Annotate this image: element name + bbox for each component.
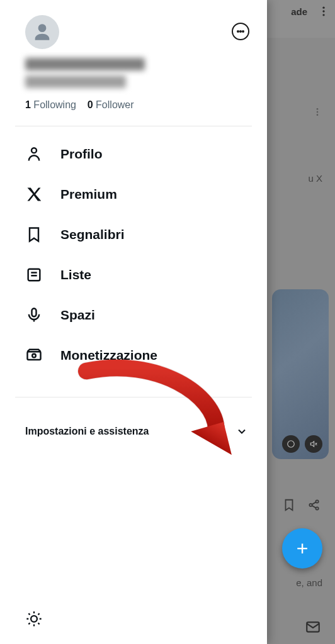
svg-point-0 xyxy=(322,7,324,9)
person-icon xyxy=(31,21,53,43)
svg-point-16 xyxy=(31,616,37,622)
svg-point-9 xyxy=(315,507,318,509)
plus-icon: + xyxy=(297,537,309,560)
messages-icon[interactable] xyxy=(305,619,321,635)
bg-post-fragment: u X xyxy=(308,173,322,184)
settings-label: Impostazioni e assistenza xyxy=(25,426,149,437)
menu-label: Spazi xyxy=(60,308,95,323)
svg-rect-13 xyxy=(32,309,37,317)
menu-item-bookmarks[interactable]: Segnalibri xyxy=(0,214,267,255)
avatar[interactable] xyxy=(25,15,59,49)
menu-item-lists[interactable]: Liste xyxy=(0,255,267,295)
menu-label: Liste xyxy=(60,267,91,282)
drawer-menu: Profilo Premium Segnalibri Liste Spazi M… xyxy=(0,126,267,382)
svg-point-7 xyxy=(309,504,312,506)
bookmark-icon[interactable] xyxy=(282,498,296,512)
menu-label: Monetizzazione xyxy=(60,348,157,363)
svg-point-3 xyxy=(317,108,319,110)
svg-point-8 xyxy=(315,500,318,502)
drawer-footer xyxy=(0,599,267,644)
svg-rect-14 xyxy=(28,352,41,360)
bg-header-fragment: ade xyxy=(291,6,307,17)
menu-label: Profilo xyxy=(60,147,103,162)
profile-icon xyxy=(25,145,43,163)
theme-toggle-icon[interactable] xyxy=(25,610,43,628)
menu-item-profile[interactable]: Profilo xyxy=(0,134,267,174)
svg-point-11 xyxy=(31,148,37,153)
svg-point-4 xyxy=(317,111,319,113)
settings-and-support[interactable]: Impostazioni e assistenza xyxy=(25,416,248,447)
bg-media-card xyxy=(272,289,329,459)
menu-label: Segnalibri xyxy=(60,227,125,242)
following-label: Following xyxy=(33,99,76,110)
microphone-icon xyxy=(25,306,43,324)
menu-label: Premium xyxy=(60,187,117,202)
menu-item-monetization[interactable]: Monetizzazione xyxy=(0,335,267,375)
list-icon xyxy=(25,266,43,284)
follower-label: Follower xyxy=(96,99,133,110)
mute-icon[interactable] xyxy=(305,435,322,453)
compose-fab[interactable]: + xyxy=(282,528,322,569)
background-dimmed: ade u X + e, and xyxy=(266,0,335,644)
post-more-icon[interactable] xyxy=(312,107,322,117)
follow-stats[interactable]: 1 Following 0 Follower xyxy=(0,99,267,111)
svg-point-5 xyxy=(317,114,319,116)
follower-count: 0 xyxy=(88,99,93,110)
svg-point-6 xyxy=(288,441,295,448)
svg-point-1 xyxy=(322,10,324,12)
chevron-down-icon xyxy=(236,425,248,438)
menu-item-premium[interactable]: Premium xyxy=(0,174,267,214)
drawer-header xyxy=(0,15,267,49)
username-block xyxy=(0,58,267,88)
share-icon[interactable] xyxy=(307,498,321,512)
following-count: 1 xyxy=(25,99,31,110)
divider xyxy=(15,397,252,397)
handle-redacted xyxy=(25,75,126,88)
media-badge-icon xyxy=(282,435,300,453)
svg-point-15 xyxy=(32,354,36,358)
menu-item-spaces[interactable]: Spazi xyxy=(0,295,267,335)
x-logo-icon xyxy=(25,186,43,203)
more-icon[interactable] xyxy=(317,5,330,18)
navigation-drawer: 1 Following 0 Follower Profilo Premium S… xyxy=(0,0,267,644)
accounts-button[interactable] xyxy=(232,23,249,40)
bg-caption-fragment: e, and xyxy=(296,577,322,588)
money-icon xyxy=(25,347,43,364)
bookmark-icon xyxy=(25,226,43,243)
display-name-redacted xyxy=(25,58,145,70)
svg-point-2 xyxy=(322,14,324,16)
